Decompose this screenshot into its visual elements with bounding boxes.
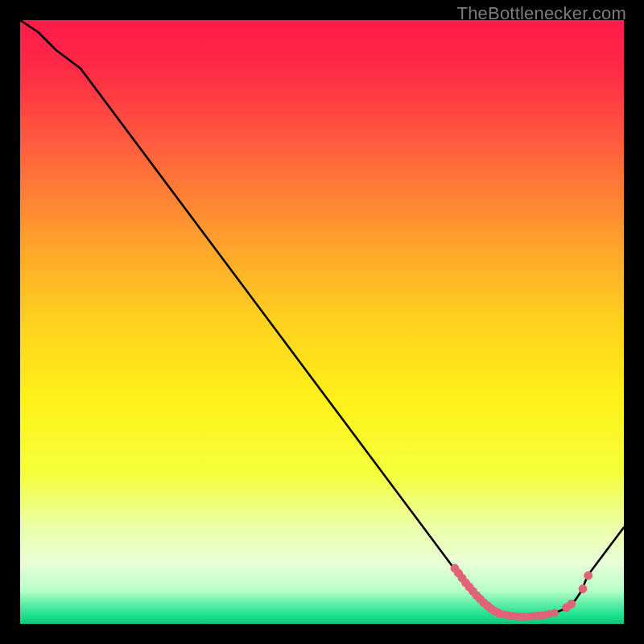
curve-marker [568,600,576,608]
watermark-text: TheBottlenecker.com [457,3,626,24]
curve-marker [579,585,587,593]
curve-marker [584,572,592,580]
chart-overlay [20,20,624,624]
chart-stage: TheBottlenecker.com [0,0,644,644]
chart-plot-area [20,20,624,624]
bottleneck-curve [20,20,624,617]
curve-marker [551,609,558,617]
